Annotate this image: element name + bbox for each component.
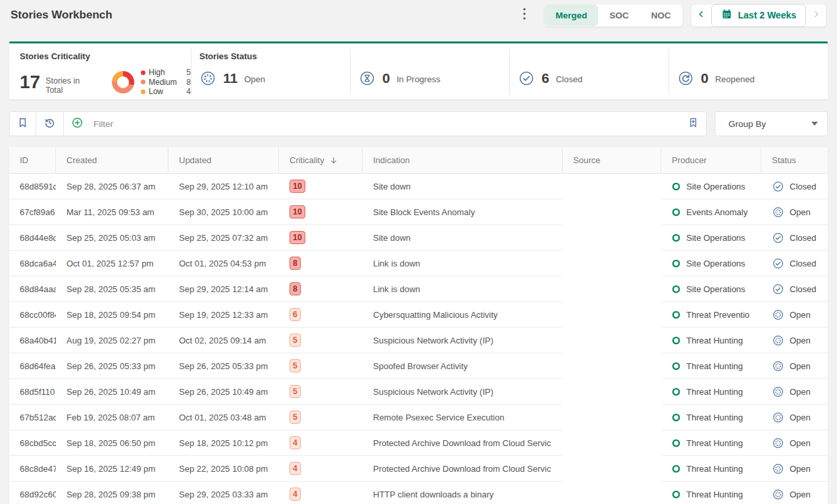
source-cell <box>563 353 661 379</box>
column-header-indication[interactable]: Indication <box>363 147 563 173</box>
created-cell: Sep 26, 2025 05:33 pm <box>56 353 168 379</box>
source-cell <box>563 379 661 405</box>
column-header-status[interactable]: Status <box>761 147 828 173</box>
indication-cell: Site Block Events Anomaly <box>363 199 563 225</box>
stories-table: ID Created Updated Criticality Indicatio… <box>9 147 828 504</box>
producer-ring-icon <box>672 208 680 216</box>
low-legend-dot <box>141 89 145 94</box>
status-label: Open <box>790 310 811 320</box>
column-header-updated[interactable]: Updated <box>168 147 279 173</box>
previous-range-button[interactable] <box>692 5 711 26</box>
column-header-id[interactable]: ID <box>9 147 56 173</box>
table-row[interactable]: 68d44e8dSep 25, 2025 05:03 amSep 25, 202… <box>9 225 828 251</box>
closed-status-icon <box>518 70 535 87</box>
table-row[interactable]: 68dca6a4Oct 01, 2025 12:57 pmOct 01, 202… <box>9 251 828 276</box>
criticality-cell: 10 <box>279 199 363 225</box>
story-id-cell: 68c8de47 <box>9 456 56 482</box>
table-row[interactable]: 68d92c60Sep 28, 2025 09:38 pmSep 29, 202… <box>9 482 828 504</box>
status-cell: Open <box>761 482 828 504</box>
story-id-cell: 67b512ac <box>9 405 56 430</box>
producer-cell: Events Anomaly <box>661 199 761 225</box>
bookmark-plus-icon <box>688 116 699 132</box>
group-by-dropdown[interactable]: Group By <box>715 111 828 136</box>
criticality-badge: 5 <box>290 334 301 347</box>
updated-cell: Sep 29, 2025 03:33 am <box>168 482 279 504</box>
filter-toolbar: Filter Group By <box>9 111 828 136</box>
criticality-badge: 4 <box>290 436 301 449</box>
criticality-badge: 4 <box>290 488 301 501</box>
status-reopened-item: 0 Reopened <box>677 70 828 87</box>
column-header-source[interactable]: Source <box>563 147 661 173</box>
column-header-criticality[interactable]: Criticality <box>279 147 363 173</box>
status-open-item: 11 Open <box>199 70 350 87</box>
table-row[interactable]: 67cf89a6Mar 11, 2025 09:53 amSep 30, 202… <box>9 199 828 225</box>
closed-status-icon <box>772 232 784 244</box>
next-range-button[interactable] <box>806 5 826 26</box>
table-row[interactable]: 68d8591dSep 28, 2025 06:37 amSep 29, 202… <box>9 174 828 199</box>
tab-merged[interactable]: Merged <box>544 5 598 26</box>
table-row[interactable]: 67b512acFeb 19, 2025 08:07 amOct 01, 202… <box>9 405 828 430</box>
column-header-producer[interactable]: Producer <box>661 147 761 173</box>
open-status-icon <box>199 70 216 87</box>
tab-noc[interactable]: NOC <box>640 5 682 26</box>
table-row[interactable]: 68d84aaaSep 28, 2025 05:35 amSep 29, 202… <box>9 276 828 302</box>
table-row[interactable]: 68cc00f84Sep 18, 2025 09:54 pmSep 19, 20… <box>9 302 828 328</box>
column-header-created[interactable]: Created <box>56 147 168 173</box>
table-row[interactable]: 68d64feaSep 26, 2025 05:33 pmSep 26, 202… <box>9 353 828 379</box>
criticality-cell: 4 <box>279 430 363 456</box>
story-id-cell: 68a40b41 <box>9 328 56 353</box>
filter-history-button[interactable] <box>36 112 63 136</box>
filter-input[interactable]: Filter <box>93 119 680 129</box>
status-cell: Open <box>761 430 828 456</box>
table-header-row: ID Created Updated Criticality Indicatio… <box>9 147 828 174</box>
status-label: Open <box>790 207 811 217</box>
indication-cell: Spoofed Browser Activity <box>363 353 563 379</box>
save-filter-button[interactable] <box>680 112 706 136</box>
more-options-button[interactable] <box>516 5 533 26</box>
created-cell: Aug 19, 2025 02:27 pm <box>56 328 168 353</box>
summary-card: Stories Criticality 17 Stories in Total … <box>9 41 828 99</box>
status-label: Open <box>790 490 811 499</box>
criticality-cell: 5 <box>279 405 363 430</box>
status-label: Open <box>790 464 811 474</box>
status-label: Closed <box>790 233 816 243</box>
criticality-badge: 5 <box>290 359 301 372</box>
table-row[interactable]: 68d5f110Sep 26, 2025 10:49 amSep 26, 202… <box>9 379 828 405</box>
filter-bar: Filter <box>9 111 707 136</box>
table-row[interactable]: 68c8de47Sep 16, 2025 12:49 pmSep 22, 202… <box>9 456 828 482</box>
created-cell: Sep 16, 2025 12:49 pm <box>56 456 168 482</box>
status-cell: Open <box>761 456 828 482</box>
producer-cell: Threat Hunting <box>661 456 761 482</box>
producer-cell: Threat Preventio <box>661 302 761 328</box>
status-cell: Open <box>761 353 828 379</box>
table-body: 68d8591dSep 28, 2025 06:37 amSep 29, 202… <box>9 174 828 504</box>
legend-item-high: High 5 <box>141 68 191 78</box>
producer-cell: Threat Hunting <box>661 328 761 353</box>
status-cell: Open <box>761 405 828 430</box>
medium-legend-dot <box>141 80 145 84</box>
stories-status-closed-section: 6 Closed <box>510 43 669 99</box>
story-id-cell: 68dca6a4 <box>9 251 56 276</box>
table-row[interactable]: 68a40b41Aug 19, 2025 02:27 pmOct 02, 202… <box>9 328 828 353</box>
story-id-cell: 68d8591d <box>9 174 56 199</box>
add-filter-button[interactable] <box>64 112 91 136</box>
table-row[interactable]: 68cbd5ccSep 18, 2025 06:50 pmSep 18, 202… <box>9 430 828 456</box>
producer-cell: Site Operations <box>661 251 761 276</box>
created-cell: Mar 11, 2025 09:53 am <box>56 199 168 225</box>
source-cell <box>563 199 661 225</box>
criticality-cell: 5 <box>279 353 363 379</box>
open-status-icon <box>772 437 784 449</box>
date-range-button[interactable]: Last 2 Weeks <box>711 4 806 27</box>
criticality-cell: 4 <box>279 482 363 504</box>
saved-filters-button[interactable] <box>10 112 36 136</box>
source-cell <box>563 174 661 199</box>
status-label: Open <box>790 336 811 345</box>
tab-soc[interactable]: SOC <box>598 5 640 26</box>
created-cell: Sep 28, 2025 06:37 am <box>56 174 168 199</box>
source-cell <box>563 430 661 456</box>
producer-label: Threat Hunting <box>686 464 743 474</box>
status-label: Closed <box>790 284 816 294</box>
open-status-icon <box>772 386 784 398</box>
indication-cell: Link is down <box>363 251 563 276</box>
criticality-cell: 10 <box>279 225 363 251</box>
